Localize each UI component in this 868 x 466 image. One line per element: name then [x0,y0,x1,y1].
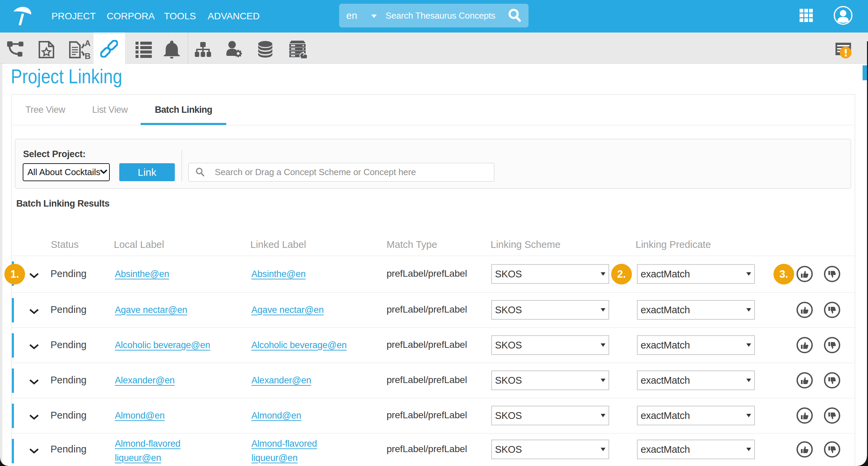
svg-text:B: B [85,51,90,60]
svg-text:A: A [85,40,90,48]
